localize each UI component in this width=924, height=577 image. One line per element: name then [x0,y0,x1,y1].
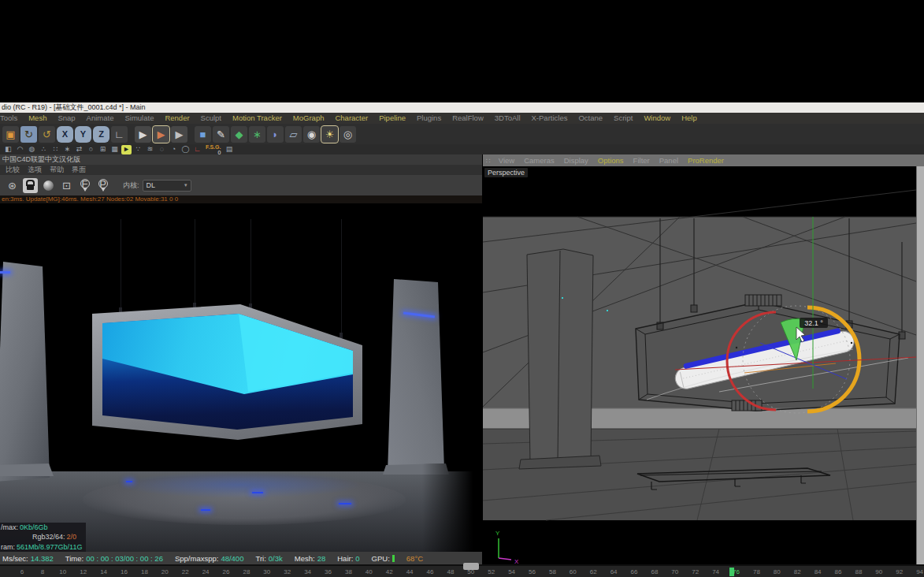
y-axis-lock-button[interactable]: Y [75,126,91,143]
frame-tick[interactable]: 86 [835,568,842,575]
menu-item-x-particles[interactable]: X-Particles [526,113,573,124]
frame-tick[interactable]: 82 [794,568,801,575]
menu-item-pipeline[interactable]: Pipeline [373,113,411,124]
frame-tick[interactable]: 84 [815,568,822,575]
viewport-menu-view[interactable]: View [494,154,519,166]
menu-item-3dtoall[interactable]: 3DToAll [489,113,526,124]
menu-item-tools[interactable]: Tools [0,113,23,124]
viewport-menu-prorender[interactable]: ProRender [683,154,729,166]
pick-focus-pin-icon[interactable]: F [77,178,92,193]
camera-view-label[interactable]: Perspective [484,168,528,177]
frame-tick[interactable]: 60 [570,568,577,575]
frame-tick[interactable]: 94 [916,568,923,575]
deformer-icon[interactable]: ◗ [267,126,284,143]
frame-tick[interactable]: 70 [671,568,678,575]
grid-snap-icon[interactable]: ⊞ [98,145,108,154]
frame-tick[interactable]: 30 [263,568,270,575]
x-axis-lock-button[interactable]: X [57,126,73,143]
ring-select-icon[interactable]: ○ [86,145,96,154]
frame-tick[interactable]: 16 [121,568,128,575]
frame-tick[interactable]: 6 [20,568,24,575]
menu-item-help[interactable]: Help [676,113,703,124]
frame-tick[interactable]: 54 [508,568,515,575]
frame-tick[interactable]: 72 [692,568,699,575]
frame-tick[interactable]: 92 [896,568,903,575]
fsg-plugin-button[interactable]: F.S.G. 0 [206,144,221,155]
scale-tool-icon[interactable]: ↺ [39,126,55,143]
frame-tick[interactable]: 36 [325,568,332,575]
frame-tick[interactable]: 66 [631,568,638,575]
frame-tick[interactable]: 64 [610,568,618,575]
lock-resolution-icon[interactable] [23,178,38,193]
render-to-picture-viewer-icon[interactable]: ▶ [153,126,169,143]
frame-tick[interactable]: 76 [733,568,740,575]
pattern-select-icon[interactable]: ▦ [109,145,120,154]
menu-item-render[interactable]: Render [159,113,195,124]
z-axis-lock-button[interactable]: Z [93,126,109,143]
timer-icon[interactable]: ◔ [169,145,179,154]
menu-item-mograph[interactable]: MoGraph [288,113,330,124]
right-panel-strip[interactable] [916,166,924,568]
point-mode-icon[interactable]: ∵ [133,145,143,154]
frame-tick[interactable]: 88 [855,568,862,575]
viewport-canvas[interactable]: 32.1 ° Y X Perspective [483,166,916,568]
move-tool-icon[interactable]: ▣ [2,126,19,143]
frame-tick[interactable]: 14 [100,568,107,575]
frame-tick[interactable]: 8 [41,568,44,575]
menu-item-plugins[interactable]: Plugins [411,113,447,124]
frame-tick[interactable]: 32 [284,568,291,575]
settings-gear-icon[interactable]: ⊛ [5,178,20,193]
frame-tick[interactable]: 80 [774,568,781,575]
menu-item-octane[interactable]: Octane [573,113,608,124]
picture-viewer-icon[interactable]: ▤ [224,145,234,154]
menu-item-window[interactable]: Window [638,113,676,124]
symmetry-tool-icon[interactable]: ∗ [62,145,72,154]
viewport-menu-panel[interactable]: Panel [655,154,683,166]
mograph-cloner-icon[interactable]: ∗ [249,126,265,143]
frame-tick[interactable]: 28 [243,568,250,575]
null-object-icon[interactable]: ◌ [157,145,167,154]
scatter-tool-icon[interactable]: ∷ [50,145,61,154]
frame-tick[interactable]: 52 [488,568,495,575]
add-cube-icon[interactable]: ■ [195,126,211,143]
frame-tick[interactable]: 40 [366,568,373,575]
frame-tick[interactable]: 58 [549,568,556,575]
rotate-tool-icon[interactable]: ↻ [20,126,37,143]
frame-tick[interactable]: 12 [80,568,87,575]
frame-tick[interactable]: 26 [223,568,230,575]
generator-icon[interactable]: ◆ [231,126,247,143]
frame-tick[interactable]: 56 [529,568,536,575]
frame-tick[interactable]: 10 [59,568,66,575]
menu-item-animate[interactable]: Animate [81,113,120,124]
wave-deform-icon[interactable]: ≋ [145,145,155,154]
frame-tick[interactable]: 18 [141,568,148,575]
frame-tick[interactable]: 42 [386,568,393,575]
octane-plugin-icon[interactable]: ◎ [340,126,356,143]
pick-material-pin-icon[interactable]: P [95,178,110,193]
frame-tick[interactable]: 68 [651,568,658,575]
frame-tick[interactable]: 34 [304,568,311,575]
menu-item-mesh[interactable]: Mesh [23,113,52,124]
array-tool-icon[interactable]: ∴ [39,145,49,154]
frame-tick[interactable]: 22 [182,568,189,575]
sphere-projection-icon[interactable]: ◯ [180,145,191,154]
menu-item-simulate[interactable]: Simulate [119,113,159,124]
frame-tick[interactable]: 62 [590,568,597,575]
menu-item-character[interactable]: Character [329,113,373,124]
menu-item-sculpt[interactable]: Sculpt [195,113,227,124]
camera-icon[interactable]: ◉ [303,126,320,143]
frame-tick[interactable]: 44 [406,568,414,575]
kernel-dropdown[interactable]: DL ▾ [143,180,191,192]
frame-tick[interactable]: 74 [712,568,719,575]
frame-tick[interactable]: 90 [875,568,882,575]
render-view-icon[interactable]: ▶ [135,126,151,143]
frame-tick[interactable]: 20 [161,568,169,575]
frame-tick[interactable]: 46 [427,568,434,575]
kernel-select[interactable]: 内核: DL ▾ [123,180,191,192]
viewport-menu-options[interactable]: Options [593,154,629,166]
octane-menu-help[interactable]: 帮助 [50,165,64,175]
material-ball-icon[interactable] [41,178,56,193]
panel-resize-handle[interactable] [463,563,479,570]
coordinate-system-icon[interactable]: ∟ [111,126,128,143]
menu-item-realflow[interactable]: RealFlow [447,113,489,124]
